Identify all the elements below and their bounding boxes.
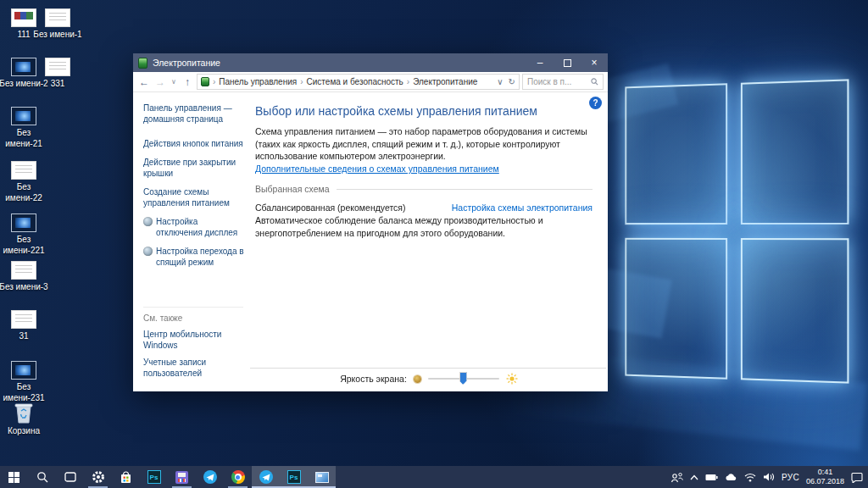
desktop-icon-label: 331 bbox=[32, 79, 83, 90]
sidebar-item-user-accounts[interactable]: Учетные записи пользователей bbox=[143, 357, 243, 379]
desktop-icon[interactable]: Без имени-231 bbox=[0, 361, 49, 403]
brightness-low-sun-icon bbox=[414, 375, 421, 383]
breadcrumb-power-options[interactable]: Электропитание bbox=[413, 77, 477, 86]
taskbar-item-photoshop-active[interactable]: Ps bbox=[280, 466, 308, 488]
hidden-icons-chevron-icon[interactable] bbox=[690, 474, 698, 480]
gear-icon bbox=[92, 470, 105, 484]
section-header-label: Выбранная схема bbox=[255, 184, 330, 194]
sidebar-item-power-buttons[interactable]: Действия кнопок питания bbox=[143, 138, 245, 149]
search-input[interactable]: Поиск в п... bbox=[522, 74, 604, 90]
task-view-button[interactable] bbox=[56, 466, 84, 488]
sidebar-item-control-panel-home[interactable]: Панель управления — домашняя страница bbox=[143, 103, 245, 125]
globe-icon bbox=[143, 217, 153, 226]
desktop-icon-label: Без имени-22 bbox=[0, 182, 49, 203]
window-titlebar[interactable]: Электропитание – × bbox=[133, 53, 608, 72]
brightness-label: Яркость экрана: bbox=[340, 374, 407, 384]
desktop-icon[interactable]: 31 bbox=[0, 310, 49, 342]
desktop-icon[interactable]: Без имени-21 bbox=[0, 107, 49, 149]
address-bar[interactable]: › Панель управления › Система и безопасн… bbox=[197, 74, 520, 90]
action-center-icon[interactable] bbox=[851, 472, 863, 483]
section-header-rule bbox=[337, 189, 593, 190]
telegram-icon bbox=[259, 470, 273, 484]
sidebar-item-lid-close-action[interactable]: Действие при закрытии крышки bbox=[143, 157, 245, 179]
taskbar-item-graphics-app[interactable] bbox=[168, 466, 196, 488]
power-options-app-icon bbox=[138, 58, 147, 69]
document-file-icon bbox=[45, 58, 70, 76]
floppy-app-icon bbox=[175, 471, 188, 484]
sidebar-item-mobility-center[interactable]: Центр мобильности Windows bbox=[143, 329, 243, 351]
sidebar-item-sleep-settings[interactable]: Настройка перехода в спящий режим bbox=[143, 246, 245, 268]
taskbar-clock[interactable]: 0:41 06.07.2018 bbox=[806, 468, 844, 486]
breadcrumb-control-panel[interactable]: Панель управления bbox=[219, 77, 297, 86]
battery-icon[interactable] bbox=[705, 474, 718, 481]
close-button[interactable]: × bbox=[581, 53, 608, 72]
back-button[interactable]: ← bbox=[137, 76, 151, 88]
taskbar-item-chrome[interactable] bbox=[224, 466, 252, 488]
forward-button[interactable]: → bbox=[153, 76, 167, 88]
wifi-icon[interactable] bbox=[744, 473, 756, 482]
plan-description: Автоматическое соблюдение баланса между … bbox=[255, 214, 593, 239]
desktop-icon[interactable]: Без имени-22 bbox=[0, 161, 49, 203]
desktop-icon[interactable]: 331 bbox=[32, 58, 83, 90]
photoshop-icon: Ps bbox=[287, 470, 301, 484]
clock-time: 0:41 bbox=[806, 468, 844, 477]
recent-pages-chevron-icon[interactable]: ∨ bbox=[170, 78, 178, 86]
search-icon bbox=[36, 471, 48, 483]
people-icon[interactable] bbox=[670, 472, 683, 483]
document-file-icon bbox=[11, 161, 36, 180]
desktop-icon[interactable]: Без имени-1 bbox=[32, 8, 83, 41]
sidebar-item-display-off-settings[interactable]: Настройка отключения дисплея bbox=[143, 216, 245, 238]
taskbar-item-microsoft-store[interactable] bbox=[112, 466, 140, 488]
start-button[interactable] bbox=[0, 466, 28, 488]
power-options-window: Электропитание – × ← → ∨ ↑ › Панель упра… bbox=[133, 53, 608, 391]
desktop-icon-label: Без имени-1 bbox=[32, 30, 83, 41]
slider-thumb[interactable] bbox=[459, 372, 467, 385]
sidebar-item-create-power-plan[interactable]: Создание схемы управления питанием bbox=[143, 186, 245, 208]
photo-file-icon bbox=[11, 107, 36, 125]
plan-settings-link[interactable]: Настройка схемы электропитания bbox=[452, 202, 593, 213]
brightness-slider[interactable] bbox=[428, 372, 499, 385]
desktop-icon-recycle-bin[interactable]: Корзина bbox=[0, 402, 49, 437]
desktop-icon[interactable]: Без имени-221 bbox=[0, 214, 49, 256]
system-tray: РУС 0:41 06.07.2018 bbox=[665, 466, 868, 488]
desktop-icon-label: Без имени-21 bbox=[0, 128, 49, 149]
taskbar-item-telegram-active[interactable] bbox=[252, 466, 280, 488]
breadcrumb-system-security[interactable]: Система и безопасность bbox=[307, 77, 403, 86]
desktop-icon-label: Без имени-231 bbox=[0, 382, 49, 403]
address-dropdown-chevron-icon[interactable]: ∨ bbox=[497, 77, 503, 86]
maximize-button[interactable] bbox=[554, 53, 581, 72]
maximize-icon bbox=[564, 59, 571, 67]
taskbar-item-settings[interactable] bbox=[84, 466, 112, 488]
window-title: Электропитание bbox=[153, 58, 526, 68]
globe-icon bbox=[143, 247, 153, 256]
up-button[interactable]: ↑ bbox=[181, 76, 194, 88]
brightness-high-sun-icon bbox=[506, 373, 518, 385]
search-placeholder: Поиск в п... bbox=[527, 77, 587, 86]
taskbar-item-photoshop[interactable]: Ps bbox=[140, 466, 168, 488]
photo-file-icon bbox=[11, 214, 36, 232]
document-file-icon bbox=[11, 310, 36, 329]
desktop-icon-label: 31 bbox=[0, 331, 49, 342]
navigation-toolbar: ← → ∨ ↑ › Панель управления › Система и … bbox=[133, 72, 608, 92]
language-indicator[interactable]: РУС bbox=[782, 473, 799, 482]
volume-icon[interactable] bbox=[763, 472, 775, 482]
telegram-icon bbox=[203, 470, 217, 484]
refresh-icon[interactable]: ↻ bbox=[509, 77, 515, 86]
taskbar: Ps Ps bbox=[0, 466, 868, 488]
minimize-button[interactable]: – bbox=[526, 53, 554, 72]
selected-plan-section-header: Выбранная схема bbox=[255, 184, 593, 194]
see-also-header: См. также bbox=[143, 313, 243, 323]
taskbar-item-telegram[interactable] bbox=[196, 466, 224, 488]
breadcrumb-separator: › bbox=[213, 77, 215, 86]
breadcrumb-separator: › bbox=[407, 77, 409, 86]
window-client-area: ? Панель управления — домашняя страница … bbox=[133, 92, 608, 391]
more-info-link[interactable]: Дополнительные сведения о схемах управле… bbox=[255, 164, 499, 174]
onedrive-cloud-icon[interactable] bbox=[725, 473, 737, 481]
brightness-control-row: Яркость экрана: bbox=[250, 372, 608, 385]
close-icon: × bbox=[591, 57, 597, 69]
taskbar-item-power-options[interactable] bbox=[308, 466, 336, 488]
recycle-bin-icon bbox=[14, 402, 34, 424]
photo-file-icon bbox=[11, 361, 36, 380]
taskbar-search-button[interactable] bbox=[28, 466, 56, 488]
desktop-icon[interactable]: Без имени-3 bbox=[0, 261, 49, 293]
